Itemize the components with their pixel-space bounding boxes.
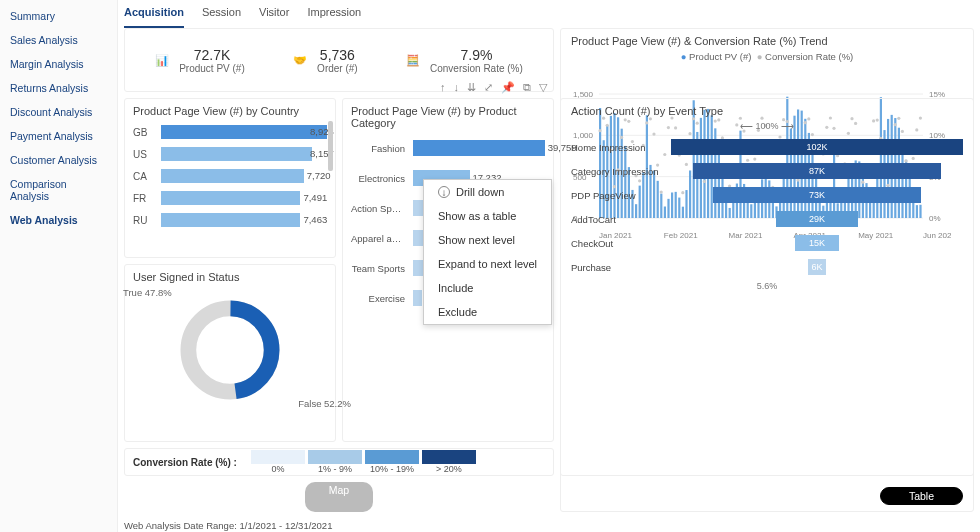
funnel-row[interactable]: Category Impression 87K [571,161,963,181]
kpi-label: Order (#) [317,63,358,74]
visual-toolbar: ↑ ↓ ⇊ ⤢ 📌 ⧉ ▽ [440,81,547,94]
funnel-bar: 102K [671,139,963,155]
kpi-label: Product PV (#) [179,63,245,74]
category-row[interactable]: Fashion 39,759 [351,133,545,163]
funnel-row[interactable]: CheckOut 15K [571,233,963,253]
category-label: Exercise [351,293,409,304]
funnel-top-pct: ⟵ 100% ⟶ [571,121,963,131]
legend-s1: Product PV (#) [689,51,751,62]
funnel-label: CheckOut [571,238,671,249]
kpi-label: Conversion Rate (%) [430,63,523,74]
drill-up-icon[interactable]: ↑ [440,81,446,94]
sidebar-item-web-analysis[interactable]: Web Analysis [0,208,117,232]
donut-chart[interactable] [175,295,285,405]
legend-swatch [422,450,476,464]
sidebar-item-sales-analysis[interactable]: Sales Analysis [0,28,117,52]
conversion-legend: Conversion Rate (%) : 0% 1% - 9% 10% - 1… [124,448,554,476]
funnel-row[interactable]: PDP PageView 73K [571,185,963,205]
funnel-card[interactable]: Action Count (#) by Event Type ⟵ 100% ⟶ … [560,98,974,512]
kpi-order: 🤝 5,736 Order (#) [293,47,358,74]
context-menu: ↓Drill downShow as a tableShow next leve… [423,179,552,325]
sidebar: SummarySales AnalysisMargin AnalysisRetu… [0,0,118,532]
tab-session[interactable]: Session [202,6,241,28]
pin-icon[interactable]: 📌 [501,81,515,94]
country-label: CA [133,171,157,182]
trend-legend: ● Product PV (#) ● Conversion Rate (%) [571,51,963,62]
kpi-value: 7.9% [430,47,523,63]
category-label: Fashion [351,143,409,154]
drill-down-icon[interactable]: ↓ [454,81,460,94]
sidebar-item-summary[interactable]: Summary [0,4,117,28]
funnel-bar: 6K [808,259,826,275]
context-menu-item[interactable]: Show as a table [424,204,551,228]
context-menu-item[interactable]: Exclude [424,300,551,324]
table-button[interactable]: Table [880,487,963,505]
tab-visitor[interactable]: Visitor [259,6,289,28]
context-menu-item[interactable]: ↓Drill down [424,180,551,204]
funnel-bar: 15K [795,235,839,251]
funnel-row[interactable]: Purchase 6K [571,257,963,277]
country-value: 7,463 [300,213,327,227]
expand-icon[interactable]: ⤢ [484,81,493,94]
card-title: Product Page View (#) & Conversion Rate … [571,35,963,47]
country-chart-card[interactable]: Product Page View (#) by Country GB 8,92… [124,98,336,258]
sidebar-item-customer-analysis[interactable]: Customer Analysis [0,148,117,172]
kpi-value: 5,736 [317,47,358,63]
calculator-icon: 🧮 [406,54,420,67]
country-value: 7,491 [300,191,327,205]
legend-title: Conversion Rate (%) : [133,457,237,468]
funnel-label: PDP PageView [571,190,671,201]
sidebar-item-payment-analysis[interactable]: Payment Analysis [0,124,117,148]
country-row[interactable]: CA 7,720 [133,165,327,187]
country-label: GB [133,127,157,138]
category-label: Apparel and F... [351,233,409,244]
context-menu-item[interactable]: Include [424,276,551,300]
drill-down-icon: ↓ [438,186,450,198]
funnel-bar: 87K [693,163,941,179]
country-label: US [133,149,157,160]
legend-bucket-label: 10% - 19% [365,464,419,474]
funnel-bar: 29K [776,211,858,227]
country-row[interactable]: US 8,157 [133,143,327,165]
context-menu-item[interactable]: Expand to next level [424,252,551,276]
funnel-label: Home Impression [571,142,671,153]
bar-chart-icon: 📊 [155,54,169,67]
category-label: Electronics [351,173,409,184]
signed-in-card[interactable]: User Signed in Status True 47.8% False 5… [124,264,336,442]
country-row[interactable]: GB 8,926 [133,121,327,143]
context-menu-item[interactable]: Show next level [424,228,551,252]
funnel-bottom-pct: 5.6% [571,281,963,291]
funnel-label: Category Impression [571,166,671,177]
tab-impression[interactable]: Impression [307,6,361,28]
funnel-row[interactable]: Home Impression 102K [571,137,963,157]
sidebar-item-margin-analysis[interactable]: Margin Analysis [0,52,117,76]
country-label: FR [133,193,157,204]
card-title: Action Count (#) by Event Type [571,105,963,117]
sidebar-item-comparison-analysis[interactable]: Comparison Analysis [0,172,117,208]
sidebar-item-returns-analysis[interactable]: Returns Analysis [0,76,117,100]
card-title: Product Page View (#) by Product Categor… [351,105,545,129]
category-label: Team Sports [351,263,409,274]
drill-all-icon[interactable]: ⇊ [467,81,476,94]
funnel-row[interactable]: AddToCart 29K [571,209,963,229]
legend-bucket-label: > 20% [422,464,476,474]
funnel-label: Purchase [571,262,671,273]
donut-true-label: True 47.8% [123,287,172,298]
handshake-icon: 🤝 [293,54,307,67]
category-chart-card[interactable]: ↑ ↓ ⇊ ⤢ 📌 ⧉ ▽ Product Page View (#) by P… [342,98,554,442]
funnel-bar: 73K [713,187,920,203]
copy-icon[interactable]: ⧉ [523,81,531,94]
funnel-label: AddToCart [571,214,671,225]
country-row[interactable]: FR 7,491 [133,187,327,209]
donut-false-label: False 52.2% [298,398,351,409]
filter-icon[interactable]: ▽ [539,81,547,94]
card-title: User Signed in Status [133,271,327,283]
country-row[interactable]: RU 7,463 [133,209,327,231]
country-value: 7,720 [304,169,331,183]
date-range-label: Web Analysis Date Range: 1/1/2021 - 12/3… [124,520,554,531]
sidebar-item-discount-analysis[interactable]: Discount Analysis [0,100,117,124]
map-button[interactable]: Map [305,482,373,512]
legend-swatch [251,450,305,464]
tab-acquisition[interactable]: Acquisition [124,6,184,28]
scrollbar[interactable] [328,121,333,171]
